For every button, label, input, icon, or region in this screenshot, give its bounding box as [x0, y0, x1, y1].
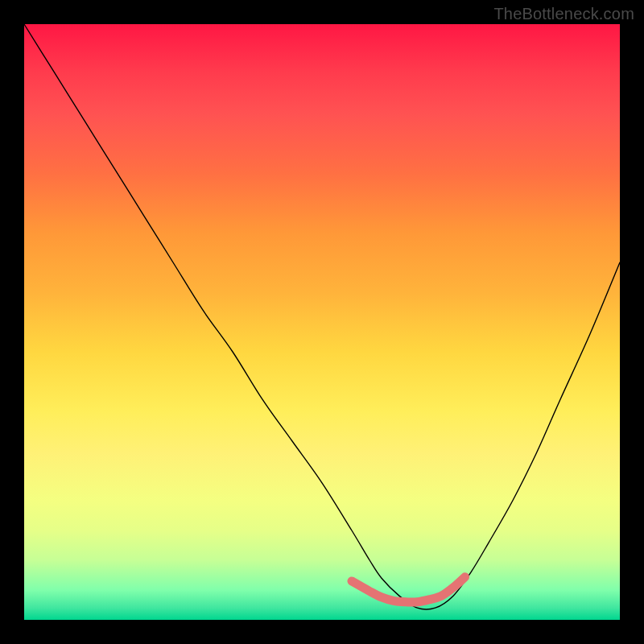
chart-frame: TheBottleneck.com	[0, 0, 644, 644]
bottleneck-curve	[24, 24, 620, 609]
curve-svg	[24, 24, 620, 620]
plot-area	[24, 24, 620, 620]
watermark-text: TheBottleneck.com	[493, 5, 634, 23]
optimal-region-markers	[352, 577, 465, 602]
